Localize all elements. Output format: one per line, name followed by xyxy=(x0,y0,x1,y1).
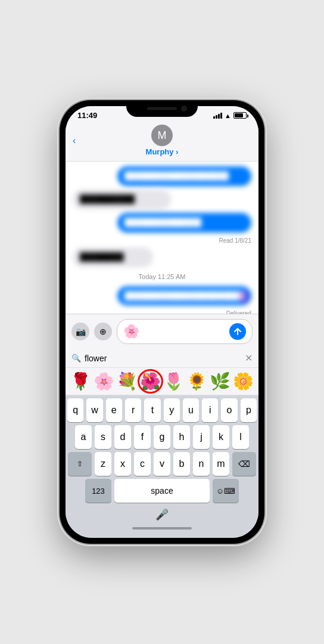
sent-message-bubble: ██████████████████████ xyxy=(117,286,251,306)
message-row: ██████████ xyxy=(73,190,251,209)
status-time: 11:49 xyxy=(77,111,97,120)
sent-message-bubble: ███████████████████ xyxy=(117,166,251,186)
input-area: 📷 ⊕ 🌸 xyxy=(66,314,258,349)
key-c[interactable]: c xyxy=(134,452,151,476)
key-s[interactable]: s xyxy=(95,425,111,449)
message-timestamp: Today 11:25 AM xyxy=(73,273,251,280)
key-r[interactable]: r xyxy=(125,398,141,422)
emoji-search-bar: 🔍 ✕ xyxy=(66,349,258,368)
wifi-icon: ▲ xyxy=(225,112,231,119)
search-icon: 🔍 xyxy=(71,354,81,363)
keyboard: q w e r t y u i o p a s d f g h j k xyxy=(66,395,258,506)
emoji-results-row: 🌹 🌸 💐 🌺 🌷 🌻 🌿 🌼 xyxy=(66,368,258,395)
clear-search-button[interactable]: ✕ xyxy=(245,352,253,364)
emoji-result-herb[interactable]: 🌿 xyxy=(210,371,230,391)
keyboard-row-2: a s d f g h j k l xyxy=(66,422,258,449)
contact-name: Murphy xyxy=(146,147,179,156)
phone-screen: 11:49 ▲ ‹ M Murphy xyxy=(66,106,258,538)
key-b[interactable]: b xyxy=(173,452,190,476)
key-q[interactable]: q xyxy=(67,398,83,422)
keyboard-row-4: 123 space ☺⌨ xyxy=(66,476,258,506)
camera-button[interactable]: 📷 xyxy=(71,323,89,340)
camera-icon: 📷 xyxy=(76,327,86,336)
delete-key[interactable]: ⌫ xyxy=(232,452,256,476)
keyboard-row-1: q w e r t y u i o p xyxy=(66,395,258,422)
status-icons: ▲ xyxy=(213,112,247,119)
key-w[interactable]: w xyxy=(86,398,102,422)
back-button[interactable]: ‹ xyxy=(73,135,76,146)
emoji-result-bouquet[interactable]: 💐 xyxy=(117,371,138,391)
emoji-result-cherry-blossom[interactable]: 🌸 xyxy=(94,371,114,391)
key-p[interactable]: p xyxy=(241,398,257,422)
emoji-search-input[interactable] xyxy=(85,354,245,363)
emoji-result-rose[interactable]: 🌹 xyxy=(70,371,91,391)
space-key[interactable]: space xyxy=(114,479,210,503)
received-message-bubble: ██████████ xyxy=(73,190,171,209)
message-row: ██████████████ xyxy=(73,213,251,233)
input-emoji-content: 🌸 xyxy=(123,324,139,339)
key-h[interactable]: h xyxy=(173,425,190,449)
key-y[interactable]: y xyxy=(164,398,180,422)
contact-header[interactable]: M Murphy xyxy=(146,125,179,156)
key-f[interactable]: f xyxy=(134,425,151,449)
apps-button[interactable]: ⊕ xyxy=(94,323,112,340)
nav-header: ‹ M Murphy xyxy=(66,122,258,162)
key-m[interactable]: m xyxy=(213,452,229,476)
key-l[interactable]: l xyxy=(232,425,249,449)
message-row: ███████████████████ xyxy=(73,166,251,186)
numbers-key[interactable]: 123 xyxy=(85,479,111,503)
key-v[interactable]: v xyxy=(154,452,170,476)
key-e[interactable]: e xyxy=(106,398,122,422)
key-x[interactable]: x xyxy=(114,452,131,476)
shift-key[interactable]: ⇧ xyxy=(68,452,92,476)
key-n[interactable]: n xyxy=(193,452,210,476)
send-button[interactable] xyxy=(229,323,246,340)
key-g[interactable]: g xyxy=(154,425,170,449)
messages-area: ███████████████████ ██████████ █████████… xyxy=(66,162,258,314)
key-i[interactable]: i xyxy=(202,398,218,422)
emoji-result-sunflower[interactable]: 🌻 xyxy=(186,371,207,391)
emoji-keyboard-key[interactable]: ☺⌨ xyxy=(213,479,239,503)
contact-avatar: M xyxy=(151,125,173,146)
keyboard-row-3: ⇧ z x c v b n m ⌫ xyxy=(66,449,258,476)
key-t[interactable]: t xyxy=(144,398,160,422)
signal-bars-icon xyxy=(213,113,222,119)
microphone-icon[interactable]: 🎤 xyxy=(155,508,169,521)
notch xyxy=(126,100,198,117)
battery-icon xyxy=(233,112,247,119)
emoji-result-blossom[interactable]: 🌼 xyxy=(233,371,254,391)
sent-message-bubble: ██████████████ xyxy=(117,213,251,233)
home-bar-area xyxy=(66,522,258,538)
key-a[interactable]: a xyxy=(75,425,92,449)
message-row: ██████████████████████ xyxy=(73,286,251,306)
key-u[interactable]: u xyxy=(183,398,199,422)
notch-speaker xyxy=(147,107,177,110)
home-indicator xyxy=(132,527,192,530)
received-message-bubble: ████████ xyxy=(73,247,153,267)
key-k[interactable]: k xyxy=(213,425,229,449)
key-o[interactable]: o xyxy=(221,398,237,422)
apps-icon: ⊕ xyxy=(99,327,107,336)
key-j[interactable]: j xyxy=(193,425,210,449)
send-icon xyxy=(233,327,242,336)
message-meta-read: Read 1/8/21 xyxy=(73,237,251,244)
message-input-box[interactable]: 🌸 xyxy=(117,319,253,344)
key-d[interactable]: d xyxy=(114,425,131,449)
emoji-result-hibiscus[interactable]: 🌺 xyxy=(140,371,161,391)
notch-camera xyxy=(181,106,187,112)
message-row: ████████ xyxy=(73,247,251,267)
emoji-result-tulip[interactable]: 🌷 xyxy=(163,371,184,391)
phone-frame: 11:49 ▲ ‹ M Murphy xyxy=(60,100,264,544)
key-z[interactable]: z xyxy=(95,452,111,476)
